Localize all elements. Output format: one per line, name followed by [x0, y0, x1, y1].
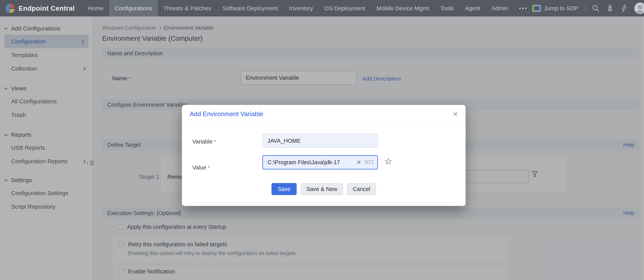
- clear-value-icon[interactable]: ×: [357, 159, 361, 166]
- nav-item-threats-patches[interactable]: Threats & Patches: [158, 0, 217, 17]
- modal-buttons: Save Save & New Cancel: [182, 183, 466, 195]
- screen: Endpoint Central Home Configurations Thr…: [0, 0, 644, 280]
- endpoint-central-logo-icon: [6, 4, 15, 13]
- navbar-right: Jump to SDP: [532, 3, 644, 14]
- brand[interactable]: Endpoint Central: [0, 4, 82, 13]
- value-text: C:\Program Files\Java\jdk-17: [268, 159, 355, 166]
- modal-header: Add Environment Variable ×: [182, 105, 466, 123]
- add-environment-variable-modal: Add Environment Variable × Variable* Val…: [182, 105, 466, 206]
- close-icon[interactable]: ×: [453, 110, 458, 118]
- required-asterisk: *: [214, 139, 216, 145]
- modal-body: Variable* Value* C:\Program Files\Java\j…: [182, 123, 466, 206]
- sdp-logo-icon: [532, 4, 541, 13]
- variable-input[interactable]: [262, 134, 378, 148]
- cancel-button[interactable]: Cancel: [347, 183, 376, 195]
- nav-item-inventory[interactable]: Inventory: [284, 0, 318, 17]
- jump-to-sdp-button[interactable]: Jump to SDP: [532, 4, 578, 13]
- value-input[interactable]: C:\Program Files\Java\jdk-17 × 972: [262, 155, 378, 170]
- nav-item-mobile-device-mgmt[interactable]: Mobile Device Mgmt: [371, 0, 434, 17]
- nav-item-os-deployment[interactable]: OS Deployment: [318, 0, 371, 17]
- value-label: Value*: [192, 165, 210, 171]
- jump-to-sdp-label: Jump to SDP: [544, 5, 578, 12]
- nav-item-tools[interactable]: Tools: [434, 0, 460, 17]
- nav-item-home[interactable]: Home: [82, 0, 109, 17]
- search-icon[interactable]: [592, 5, 600, 12]
- nav-item-configurations[interactable]: Configurations: [109, 0, 158, 17]
- star-icon[interactable]: ☆: [384, 157, 392, 166]
- divider: [585, 5, 585, 12]
- spellcheck-underline: jdk-17: [325, 159, 340, 165]
- modal-title: Add Environment Variable: [190, 110, 263, 118]
- lightning-icon[interactable]: [620, 5, 628, 12]
- nav-item-agent[interactable]: Agent: [460, 0, 486, 17]
- nav-item-admin[interactable]: Admin: [486, 0, 514, 17]
- save-and-new-button[interactable]: Save & New: [300, 183, 343, 195]
- nav-more-menu-icon[interactable]: [514, 0, 532, 17]
- nav-item-software-deployment[interactable]: Software Deployment: [217, 0, 284, 17]
- brand-name: Endpoint Central: [18, 5, 75, 12]
- user-avatar[interactable]: [634, 3, 644, 14]
- save-button[interactable]: Save: [272, 183, 297, 195]
- nav-menu: Home Configurations Threats & Patches So…: [82, 0, 532, 17]
- required-asterisk: *: [208, 165, 210, 171]
- top-navbar: Endpoint Central Home Configurations Thr…: [0, 0, 644, 17]
- variable-label: Variable*: [192, 138, 216, 145]
- char-counter: 972: [365, 159, 374, 165]
- rocket-icon[interactable]: [606, 5, 614, 12]
